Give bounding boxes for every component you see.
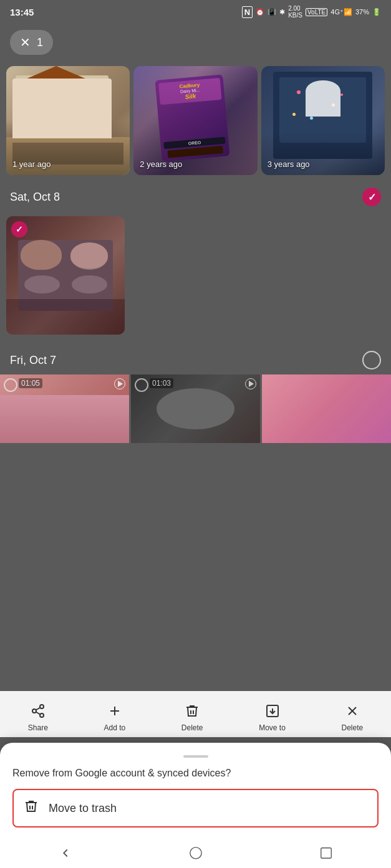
battery-percent: 37%	[355, 8, 369, 16]
bottom-nav	[0, 840, 391, 868]
selected-count: 1	[37, 36, 43, 49]
memory-label-1: 1 year ago	[12, 160, 51, 169]
video-thumb-3[interactable]: 02:32	[262, 374, 391, 443]
video-thumb-2[interactable]: 01:03	[131, 374, 260, 443]
close-icon: ✕	[20, 35, 31, 50]
drag-handle	[183, 755, 208, 758]
memories-row: 1 year ago Cadbury Dairy Mi... Silk OREO	[6, 66, 385, 175]
status-time: 13:45	[10, 7, 34, 17]
action-delete2-label: Delete	[341, 723, 363, 732]
move-to-trash-label: Move to trash	[49, 802, 117, 815]
bluetooth-icon: ✱	[279, 8, 285, 16]
share-icon	[28, 701, 48, 721]
data-speed: 2.00KB/S	[288, 5, 302, 19]
signal-icon: 4G⁺📶	[331, 8, 352, 16]
svg-point-2	[40, 713, 44, 717]
action-move-label: Move to	[259, 723, 286, 732]
trash-icon	[24, 799, 39, 818]
date-label-oct8: Sat, Oct 8	[10, 191, 60, 204]
close-selection-button[interactable]: ✕ 1	[10, 30, 53, 55]
action-add-label: Add to	[104, 723, 125, 732]
action-share-label: Share	[28, 723, 48, 732]
video-row: 01:05 01:03 02:32	[0, 374, 391, 443]
action-bar: Share Add to Delete Move to	[0, 691, 391, 737]
memory-photo-3[interactable]: 3 years ago	[261, 66, 385, 175]
memory-photo-1[interactable]: 1 year ago	[6, 66, 130, 175]
svg-point-0	[40, 705, 44, 708]
video-thumb-1[interactable]: 01:05	[0, 374, 129, 443]
bottom-modal: Remove from Google account & synced devi…	[0, 743, 391, 840]
memory-label-2: 2 years ago	[140, 160, 182, 169]
memories-section: 1 year ago Cadbury Dairy Mi... Silk OREO	[0, 61, 391, 180]
action-add[interactable]: Add to	[104, 701, 125, 732]
date-section-oct8: Sat, Oct 8 ✓	[0, 180, 391, 216]
action-delete[interactable]: Delete	[181, 701, 203, 732]
photo-kitchen[interactable]: ✓	[6, 216, 125, 335]
svg-point-11	[190, 847, 201, 858]
delete-icon	[182, 701, 202, 721]
select-circle-oct8[interactable]: ✓	[362, 188, 381, 206]
checkmark-oct8: ✓	[368, 191, 376, 203]
add-icon	[105, 701, 125, 721]
nav-home-button[interactable]	[189, 846, 203, 862]
svg-point-1	[32, 709, 36, 713]
date-row-oct8: Sat, Oct 8 ✓	[10, 188, 381, 206]
select-circle-oct7[interactable]	[362, 351, 381, 370]
svg-line-4	[36, 708, 40, 710]
action-share[interactable]: Share	[28, 701, 48, 732]
delete2-icon	[342, 701, 362, 721]
memory-label-3: 3 years ago	[268, 160, 310, 169]
action-delete-label: Delete	[181, 723, 203, 732]
nfc-icon: N	[242, 6, 253, 18]
volte-icon: VoLTE	[306, 8, 327, 16]
nav-recent-button[interactable]	[319, 846, 333, 862]
memory-photo-2[interactable]: Cadbury Dairy Mi... Silk OREO 2 years ag…	[133, 66, 257, 175]
status-bar: 13:45 N ⏰ 📳 ✱ 2.00KB/S VoLTE 4G⁺📶 37% 🔋	[0, 0, 391, 24]
move-to-trash-button[interactable]: Move to trash	[12, 789, 379, 827]
action-move[interactable]: Move to	[259, 701, 286, 732]
nav-back-button[interactable]	[59, 846, 72, 862]
action-delete2[interactable]: Delete	[341, 701, 363, 732]
item-check-kitchen: ✓	[11, 221, 27, 237]
status-icons: N ⏰ 📳 ✱ 2.00KB/S VoLTE 4G⁺📶 37% 🔋	[242, 5, 381, 19]
alarm-icon: ⏰	[256, 8, 264, 16]
photo-grid-oct8: ✓	[0, 216, 391, 343]
date-label-oct7: Fri, Oct 7	[10, 354, 56, 367]
modal-title: Remove from Google account & synced devi…	[12, 768, 379, 779]
battery-icon: 🔋	[372, 8, 381, 16]
vibrate-icon: 📳	[268, 8, 276, 16]
top-bar: ✕ 1	[0, 24, 391, 61]
svg-line-3	[36, 712, 40, 715]
svg-rect-12	[321, 847, 331, 858]
move-icon	[263, 701, 282, 721]
date-section-oct7: Fri, Oct 7	[0, 343, 391, 370]
date-row-oct7: Fri, Oct 7	[10, 351, 381, 370]
